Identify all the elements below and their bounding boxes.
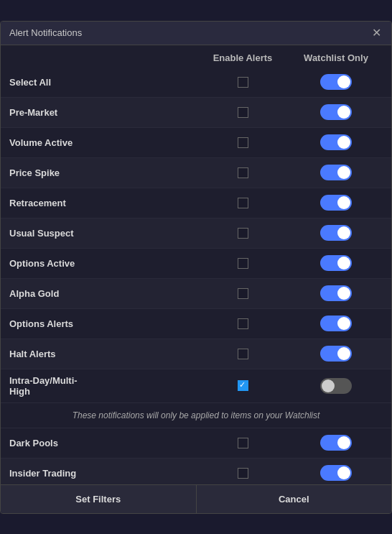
toggle-col-usual-suspect[interactable] [289, 225, 383, 241]
toggle-insider-trading[interactable] [320, 465, 352, 481]
col-header-enable-alerts: Enable Alerts [196, 52, 289, 63]
checkbox-halt-alerts[interactable] [238, 349, 248, 359]
col-header-watchlist-only: Watchlist Only [289, 52, 383, 63]
toggle-halt-alerts[interactable] [320, 346, 352, 362]
toggle-col-price-spike[interactable] [289, 165, 383, 180]
row-label-usual-suspect: Usual Suspect [9, 228, 196, 239]
toggle-col-select-all[interactable] [289, 74, 383, 90]
checkbox-col-dark-pools [196, 438, 289, 448]
row-select-all: Select All [1, 68, 391, 98]
checkbox-volume-active[interactable] [238, 137, 248, 148]
row-label-dark-pools: Dark Pools [9, 438, 196, 448]
column-headers: Enable Alerts Watchlist Only [1, 45, 391, 68]
toggle-usual-suspect[interactable] [320, 225, 352, 241]
row-label-halt-alerts: Halt Alerts [9, 349, 196, 359]
checkbox-col-usual-suspect [196, 228, 289, 239]
row-label-select-all: Select All [9, 77, 196, 88]
checkbox-select-all[interactable] [238, 77, 248, 88]
row-volume-active: Volume Active [1, 128, 391, 158]
checkbox-col-intraday-multi-high [196, 380, 289, 391]
checkbox-price-spike[interactable] [238, 167, 248, 178]
toggle-col-alpha-gold[interactable] [289, 285, 383, 301]
row-label-alpha-gold: Alpha Gold [9, 288, 196, 299]
checkbox-options-active[interactable] [238, 258, 248, 269]
toggle-select-all[interactable] [320, 74, 352, 90]
col-header-label [9, 52, 196, 63]
toggle-price-spike[interactable] [320, 165, 352, 180]
dialog-title: Alert Notifications [9, 27, 82, 38]
alert-notifications-dialog: Alert Notifications ✕ Enable Alerts Watc… [0, 21, 392, 514]
row-alpha-gold: Alpha Gold [1, 279, 391, 309]
checkbox-col-price-spike [196, 167, 289, 178]
toggle-intraday-multi-high[interactable] [320, 378, 352, 394]
toggle-pre-market[interactable] [320, 104, 352, 120]
toggle-col-retracement[interactable] [289, 195, 383, 211]
watchlist-notice: These notifications will only be applied… [1, 403, 391, 428]
checkbox-col-pre-market [196, 107, 289, 118]
close-button[interactable]: ✕ [370, 27, 383, 39]
row-halt-alerts: Halt Alerts [1, 339, 391, 369]
row-label-pre-market: Pre-Market [9, 107, 196, 118]
checkbox-col-options-active [196, 258, 289, 269]
checkbox-alpha-gold[interactable] [238, 288, 248, 299]
toggle-col-options-active[interactable] [289, 255, 383, 271]
row-options-alerts: Options Alerts [1, 309, 391, 339]
toggle-col-volume-active[interactable] [289, 134, 383, 150]
rows-container: Select All Pre-Market Vo [1, 68, 391, 484]
row-label-options-active: Options Active [9, 258, 196, 269]
row-insider-trading: Insider Trading [1, 459, 391, 484]
toggle-alpha-gold[interactable] [320, 285, 352, 301]
toggle-col-halt-alerts[interactable] [289, 346, 383, 362]
toggle-volume-active[interactable] [320, 134, 352, 150]
row-label-options-alerts: Options Alerts [9, 318, 196, 329]
row-label-price-spike: Price Spike [9, 167, 196, 178]
checkbox-dark-pools[interactable] [238, 438, 248, 448]
toggle-col-options-alerts[interactable] [289, 316, 383, 331]
toggle-col-pre-market[interactable] [289, 104, 383, 120]
checkbox-col-options-alerts [196, 318, 289, 329]
checkbox-col-volume-active [196, 137, 289, 148]
row-dark-pools: Dark Pools [1, 428, 391, 459]
toggle-options-alerts[interactable] [320, 316, 352, 331]
checkbox-col-insider-trading [196, 468, 289, 479]
checkbox-col-halt-alerts [196, 349, 289, 359]
row-pre-market: Pre-Market [1, 98, 391, 128]
row-label-insider-trading: Insider Trading [9, 468, 196, 479]
row-options-active: Options Active [1, 249, 391, 279]
dialog-footer: Set Filters Cancel [1, 484, 391, 513]
row-label-volume-active: Volume Active [9, 137, 196, 148]
row-label-intraday-multi-high: Intra-Day/Multi-High [9, 375, 196, 397]
toggle-retracement[interactable] [320, 195, 352, 211]
row-label-retracement: Retracement [9, 198, 196, 208]
toggle-col-intraday-multi-high[interactable] [289, 378, 383, 394]
set-filters-button[interactable]: Set Filters [1, 485, 197, 513]
title-bar: Alert Notifications ✕ [1, 22, 391, 45]
checkbox-usual-suspect[interactable] [238, 228, 248, 239]
checkbox-options-alerts[interactable] [238, 318, 248, 329]
toggle-col-dark-pools[interactable] [289, 435, 383, 451]
toggle-options-active[interactable] [320, 255, 352, 271]
checkbox-insider-trading[interactable] [238, 468, 248, 479]
row-usual-suspect: Usual Suspect [1, 218, 391, 249]
toggle-dark-pools[interactable] [320, 435, 352, 451]
row-retracement: Retracement [1, 188, 391, 218]
checkbox-col-retracement [196, 198, 289, 208]
checkbox-retracement[interactable] [238, 198, 248, 208]
toggle-col-insider-trading[interactable] [289, 465, 383, 481]
cancel-button[interactable]: Cancel [197, 485, 392, 513]
row-intraday-multi-high: Intra-Day/Multi-High [1, 369, 391, 403]
row-price-spike: Price Spike [1, 158, 391, 188]
checkbox-col-alpha-gold [196, 288, 289, 299]
checkbox-col-select-all [196, 77, 289, 88]
checkbox-intraday-multi-high[interactable] [238, 380, 248, 391]
checkbox-pre-market[interactable] [238, 107, 248, 118]
